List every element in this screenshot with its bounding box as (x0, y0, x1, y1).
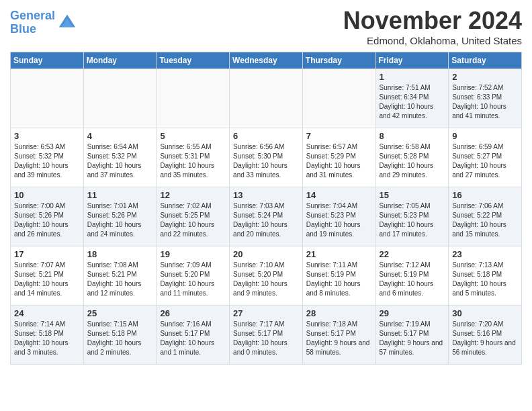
day-number: 18 (87, 249, 153, 259)
day-number: 16 (452, 190, 518, 200)
col-wednesday: Wednesday (230, 52, 303, 69)
day-number: 26 (160, 308, 226, 318)
calendar-week-row: 24Sunrise: 7:14 AM Sunset: 5:18 PM Dayli… (11, 306, 522, 365)
cell-content: Sunrise: 7:10 AM Sunset: 5:20 PM Dayligh… (233, 261, 299, 298)
col-friday: Friday (375, 52, 449, 69)
cell-content: Sunrise: 7:09 AM Sunset: 5:20 PM Dayligh… (160, 261, 226, 298)
table-row: 21Sunrise: 7:11 AM Sunset: 5:19 PM Dayli… (302, 246, 375, 306)
table-row: 19Sunrise: 7:09 AM Sunset: 5:20 PM Dayli… (157, 246, 230, 306)
table-row (11, 69, 84, 128)
day-number: 15 (380, 190, 445, 200)
table-row: 5Sunrise: 6:55 AM Sunset: 5:31 PM Daylig… (157, 128, 230, 187)
cell-content: Sunrise: 7:20 AM Sunset: 5:16 PM Dayligh… (452, 320, 518, 357)
table-row: 8Sunrise: 6:58 AM Sunset: 5:28 PM Daylig… (375, 128, 449, 187)
month-title: November 2024 (343, 7, 522, 35)
page-header: General Blue November 2024 Edmond, Oklah… (10, 7, 522, 46)
day-number: 5 (160, 131, 226, 141)
table-row (83, 69, 157, 128)
col-sunday: Sunday (11, 52, 84, 69)
table-row: 17Sunrise: 7:07 AM Sunset: 5:21 PM Dayli… (11, 246, 84, 306)
day-number: 17 (14, 249, 80, 259)
calendar-week-row: 1Sunrise: 7:51 AM Sunset: 6:34 PM Daylig… (11, 69, 522, 128)
table-row: 4Sunrise: 6:54 AM Sunset: 5:32 PM Daylig… (83, 128, 157, 187)
day-number: 3 (14, 131, 80, 141)
table-row: 28Sunrise: 7:18 AM Sunset: 5:17 PM Dayli… (302, 306, 375, 365)
table-row: 10Sunrise: 7:00 AM Sunset: 5:26 PM Dayli… (11, 187, 84, 246)
table-row: 18Sunrise: 7:08 AM Sunset: 5:21 PM Dayli… (83, 246, 157, 306)
day-number: 10 (14, 190, 80, 200)
day-number: 21 (306, 249, 372, 259)
day-number: 20 (233, 249, 299, 259)
table-row: 29Sunrise: 7:19 AM Sunset: 5:17 PM Dayli… (375, 306, 449, 365)
table-row: 23Sunrise: 7:13 AM Sunset: 5:18 PM Dayli… (449, 246, 522, 306)
cell-content: Sunrise: 7:12 AM Sunset: 5:19 PM Dayligh… (380, 261, 445, 298)
table-row: 25Sunrise: 7:15 AM Sunset: 5:18 PM Dayli… (83, 306, 157, 365)
cell-content: Sunrise: 6:59 AM Sunset: 5:27 PM Dayligh… (452, 142, 518, 180)
col-tuesday: Tuesday (157, 52, 230, 69)
cell-content: Sunrise: 7:52 AM Sunset: 6:33 PM Dayligh… (452, 83, 518, 121)
day-number: 2 (452, 72, 518, 82)
cell-content: Sunrise: 7:05 AM Sunset: 5:23 PM Dayligh… (380, 201, 445, 239)
cell-content: Sunrise: 7:13 AM Sunset: 5:18 PM Dayligh… (452, 261, 518, 298)
cell-content: Sunrise: 6:54 AM Sunset: 5:32 PM Dayligh… (87, 142, 153, 180)
table-row: 20Sunrise: 7:10 AM Sunset: 5:20 PM Dayli… (230, 246, 303, 306)
table-row: 9Sunrise: 6:59 AM Sunset: 5:27 PM Daylig… (449, 128, 522, 187)
table-row: 26Sunrise: 7:16 AM Sunset: 5:17 PM Dayli… (157, 306, 230, 365)
day-number: 22 (380, 249, 445, 259)
day-number: 8 (380, 131, 445, 141)
day-number: 24 (14, 308, 80, 318)
day-number: 7 (306, 131, 372, 141)
cell-content: Sunrise: 7:06 AM Sunset: 5:22 PM Dayligh… (452, 201, 518, 239)
col-saturday: Saturday (449, 52, 522, 69)
cell-content: Sunrise: 7:02 AM Sunset: 5:25 PM Dayligh… (160, 201, 226, 239)
cell-content: Sunrise: 6:58 AM Sunset: 5:28 PM Dayligh… (380, 142, 445, 180)
logo-general: General (10, 9, 55, 22)
table-row (157, 69, 230, 128)
cell-content: Sunrise: 6:53 AM Sunset: 5:32 PM Dayligh… (14, 142, 80, 180)
day-number: 1 (380, 72, 445, 82)
cell-content: Sunrise: 7:51 AM Sunset: 6:34 PM Dayligh… (380, 83, 445, 121)
day-number: 12 (160, 190, 226, 200)
day-number: 4 (87, 131, 153, 141)
logo-icon (58, 13, 77, 32)
cell-content: Sunrise: 7:01 AM Sunset: 5:26 PM Dayligh… (87, 201, 153, 239)
day-number: 27 (233, 308, 299, 318)
cell-content: Sunrise: 7:11 AM Sunset: 5:19 PM Dayligh… (306, 261, 372, 298)
table-row: 12Sunrise: 7:02 AM Sunset: 5:25 PM Dayli… (157, 187, 230, 246)
table-row: 27Sunrise: 7:17 AM Sunset: 5:17 PM Dayli… (230, 306, 303, 365)
day-number: 13 (233, 190, 299, 200)
day-number: 30 (452, 308, 518, 318)
table-row: 14Sunrise: 7:04 AM Sunset: 5:23 PM Dayli… (302, 187, 375, 246)
table-row: 11Sunrise: 7:01 AM Sunset: 5:26 PM Dayli… (83, 187, 157, 246)
table-row: 6Sunrise: 6:56 AM Sunset: 5:30 PM Daylig… (230, 128, 303, 187)
day-number: 9 (452, 131, 518, 141)
cell-content: Sunrise: 7:18 AM Sunset: 5:17 PM Dayligh… (306, 320, 372, 357)
day-number: 14 (306, 190, 372, 200)
title-area: November 2024 Edmond, Oklahoma, United S… (343, 7, 522, 46)
logo-text: General Blue (10, 9, 55, 36)
table-row: 16Sunrise: 7:06 AM Sunset: 5:22 PM Dayli… (449, 187, 522, 246)
cell-content: Sunrise: 7:17 AM Sunset: 5:17 PM Dayligh… (233, 320, 299, 357)
table-row: 2Sunrise: 7:52 AM Sunset: 6:33 PM Daylig… (449, 69, 522, 128)
day-number: 25 (87, 308, 153, 318)
cell-content: Sunrise: 6:57 AM Sunset: 5:29 PM Dayligh… (306, 142, 372, 180)
day-number: 11 (87, 190, 153, 200)
table-row: 7Sunrise: 6:57 AM Sunset: 5:29 PM Daylig… (302, 128, 375, 187)
table-row: 30Sunrise: 7:20 AM Sunset: 5:16 PM Dayli… (449, 306, 522, 365)
cell-content: Sunrise: 7:00 AM Sunset: 5:26 PM Dayligh… (14, 201, 80, 239)
calendar-week-row: 17Sunrise: 7:07 AM Sunset: 5:21 PM Dayli… (11, 246, 522, 306)
calendar-week-row: 3Sunrise: 6:53 AM Sunset: 5:32 PM Daylig… (11, 128, 522, 187)
cell-content: Sunrise: 7:03 AM Sunset: 5:24 PM Dayligh… (233, 201, 299, 239)
table-row: 13Sunrise: 7:03 AM Sunset: 5:24 PM Dayli… (230, 187, 303, 246)
location: Edmond, Oklahoma, United States (343, 35, 522, 46)
table-row: 3Sunrise: 6:53 AM Sunset: 5:32 PM Daylig… (11, 128, 84, 187)
table-row (302, 69, 375, 128)
day-number: 28 (306, 308, 372, 318)
cell-content: Sunrise: 7:15 AM Sunset: 5:18 PM Dayligh… (87, 320, 153, 357)
cell-content: Sunrise: 7:04 AM Sunset: 5:23 PM Dayligh… (306, 201, 372, 239)
day-number: 6 (233, 131, 299, 141)
logo: General Blue (10, 9, 77, 36)
cell-content: Sunrise: 7:14 AM Sunset: 5:18 PM Dayligh… (14, 320, 80, 357)
cell-content: Sunrise: 7:07 AM Sunset: 5:21 PM Dayligh… (14, 261, 80, 298)
calendar-header-row: Sunday Monday Tuesday Wednesday Thursday… (11, 52, 522, 69)
